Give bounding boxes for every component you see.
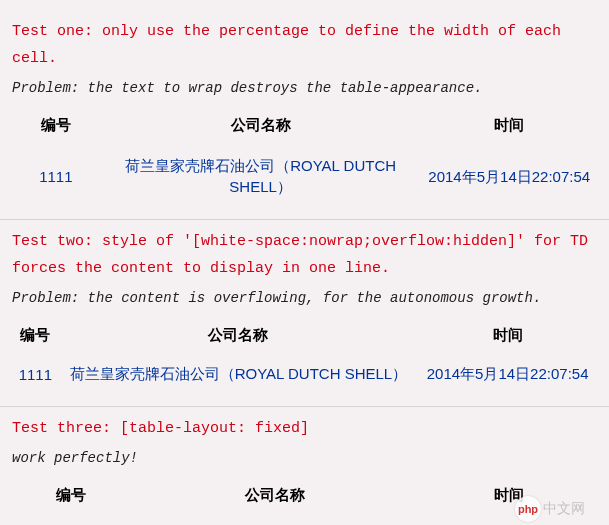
col-header-company: 公司名称 — [129, 476, 422, 515]
table-header-row: 编号 公司名称 时间 — [12, 476, 597, 515]
document-body: Test one: only use the percentage to def… — [0, 0, 609, 525]
divider — [0, 219, 609, 220]
test1-problem: Problem: the text to wrap destroys the t… — [12, 80, 597, 96]
divider — [0, 406, 609, 407]
test1-title: Test one: only use the percentage to def… — [12, 18, 597, 72]
cell-id: 1111 — [12, 355, 59, 394]
col-header-company: 公司名称 — [59, 316, 419, 355]
col-header-id: 编号 — [12, 106, 100, 145]
cell-company: 荷兰皇家壳牌石油公司（ROYAL DUTCH SHELL） — [129, 515, 422, 525]
table-row: 1111 荷兰皇家壳牌石油公司（ROYAL DUTCH SHELL） 2014年… — [12, 355, 597, 394]
watermark: php 中文网 — [515, 495, 605, 523]
table-test1: 编号 公司名称 时间 1111 荷兰皇家壳牌石油公司（ROYAL DUTCH S… — [12, 106, 597, 207]
table-header-row: 编号 公司名称 时间 — [12, 316, 597, 355]
table-test3: 编号 公司名称 时间 1111 荷兰皇家壳牌石油公司（ROYAL DUTCH S… — [12, 476, 597, 525]
table-test2: 编号 公司名称 时间 1111 荷兰皇家壳牌石油公司（ROYAL DUTCH S… — [12, 316, 597, 394]
table-row: 1111 荷兰皇家壳牌石油公司（ROYAL DUTCH SHELL） 2014年… — [12, 515, 597, 525]
test2-problem: Problem: the content is overflowing, for… — [12, 290, 597, 306]
col-header-id: 编号 — [12, 316, 59, 355]
col-header-time: 时间 — [418, 316, 597, 355]
watermark-text: 中文网 — [543, 500, 585, 518]
test3-problem: work perfectly! — [12, 450, 597, 466]
cell-id: 1111 — [12, 515, 129, 525]
col-header-company: 公司名称 — [100, 106, 422, 145]
table-header-row: 编号 公司名称 时间 — [12, 106, 597, 145]
cell-time: 2014年5月14日22:07:54 — [418, 355, 597, 394]
cell-id: 1111 — [12, 145, 100, 207]
col-header-time: 时间 — [422, 106, 598, 145]
cell-company: 荷兰皇家壳牌石油公司（ROYAL DUTCH SHELL） — [100, 145, 422, 207]
test3-title: Test three: [table-layout: fixed] — [12, 415, 597, 442]
test2-title: Test two: style of '[white-space:nowrap;… — [12, 228, 597, 282]
cell-company: 荷兰皇家壳牌石油公司（ROYAL DUTCH SHELL） — [59, 355, 419, 394]
cell-time: 2014年5月14日22:07:54 — [422, 145, 598, 207]
col-header-id: 编号 — [12, 476, 129, 515]
watermark-logo-icon: php — [515, 496, 541, 522]
table-row: 1111 荷兰皇家壳牌石油公司（ROYAL DUTCH SHELL） 2014年… — [12, 145, 597, 207]
